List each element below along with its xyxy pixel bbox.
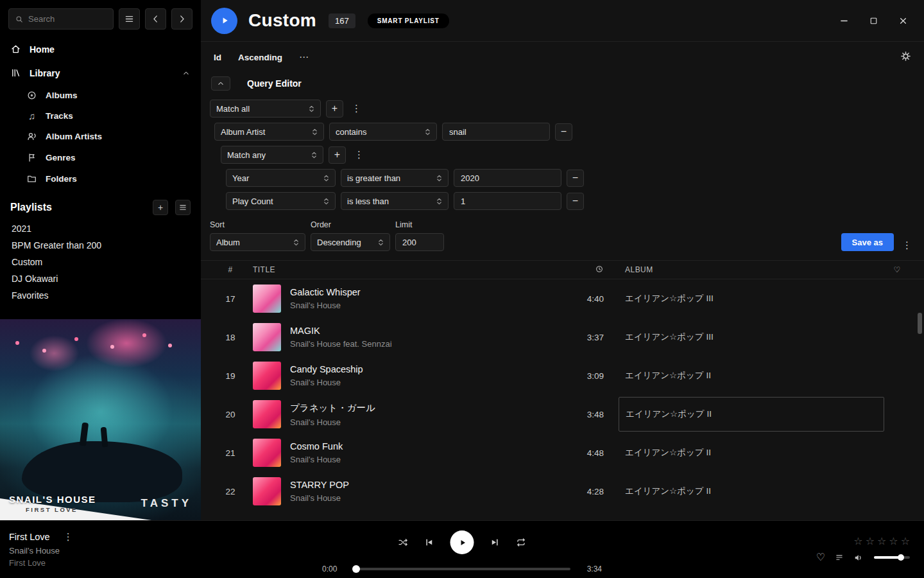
playlist-item[interactable]: 2021 — [10, 220, 191, 237]
track-row[interactable]: 19 Candy Spaceship Snail's House 3:09 エイ… — [201, 356, 924, 395]
save-as-button[interactable]: Save as — [841, 233, 894, 251]
search-input[interactable] — [28, 14, 107, 24]
volume-fill — [874, 556, 901, 559]
sidebar-item-home[interactable]: Home — [0, 37, 201, 61]
next-button[interactable] — [490, 537, 501, 548]
rule-operator-select[interactable]: is less than — [341, 192, 449, 210]
nav-back-button[interactable] — [145, 8, 166, 30]
order-group: Order Descending — [311, 220, 390, 251]
volume-handle[interactable] — [898, 554, 904, 561]
seek-bar[interactable] — [354, 568, 570, 570]
remove-rule-button[interactable]: − — [567, 193, 584, 210]
playlist-item[interactable]: DJ Okawari — [10, 270, 191, 287]
playlist-item[interactable]: BPM Greater than 200 — [10, 237, 191, 254]
rule-value-input[interactable] — [454, 169, 561, 187]
album-thumbnail — [253, 439, 281, 467]
match-type-select[interactable]: Match all — [210, 100, 321, 118]
rule-value-input[interactable] — [454, 192, 561, 210]
volume-button[interactable] — [853, 552, 864, 563]
minimize-button[interactable] — [837, 13, 851, 28]
col-header-duration[interactable] — [559, 265, 604, 276]
queue-button[interactable] — [835, 553, 844, 562]
sort-field-button[interactable]: Id — [214, 53, 221, 62]
col-header-title[interactable]: TITLE — [248, 265, 559, 274]
now-playing-menu-button[interactable]: ⋮ — [60, 531, 76, 543]
query-sort-row: Sort Album Order Descending Limit Save a… — [201, 215, 924, 260]
sidebar-item-tracks[interactable]: ♫ Tracks — [0, 106, 201, 126]
track-artist: Snail's House — [290, 455, 559, 464]
col-header-favorite[interactable]: ♡ — [881, 265, 913, 274]
music-note-icon: ♫ — [26, 111, 37, 121]
nested-match-type-select[interactable]: Match any — [221, 146, 323, 164]
save-menu-button[interactable]: ⋮ — [899, 240, 915, 251]
star-icon[interactable]: ☆ — [866, 536, 875, 547]
star-icon[interactable]: ☆ — [901, 536, 910, 547]
sidebar-item-library[interactable]: Library — [0, 61, 201, 85]
settings-button[interactable] — [900, 51, 911, 64]
track-row[interactable]: 22 STARRY POP Snail's House 4:28 エイリアン☆ポ… — [201, 472, 924, 511]
rule-field-select[interactable]: Year — [226, 169, 336, 187]
rule-field-select[interactable]: Album Artist — [214, 123, 324, 141]
track-duration: 4:40 — [559, 294, 604, 304]
track-row[interactable]: 20 プラネット・ガール Snail's House 3:48 エイリアン☆ポッ… — [201, 395, 924, 434]
previous-button[interactable] — [424, 537, 435, 548]
rule-operator-select[interactable]: is greater than — [341, 169, 449, 187]
scrollbar-thumb[interactable] — [918, 313, 922, 334]
order-select[interactable]: Descending — [311, 233, 390, 251]
rule-operator-select[interactable]: contains — [329, 123, 437, 141]
sidebar-item-genres[interactable]: Genres — [0, 147, 201, 168]
col-header-album[interactable]: ALBUM — [604, 265, 881, 274]
limit-input[interactable] — [395, 233, 444, 251]
collapse-query-editor-button[interactable] — [211, 76, 230, 91]
add-rule-button[interactable]: + — [326, 100, 343, 118]
sidebar-item-albums[interactable]: Albums — [0, 85, 201, 106]
art-artist-name: SNAIL'S HOUSE — [9, 494, 96, 505]
add-playlist-button[interactable]: + — [153, 200, 168, 215]
playlist-item[interactable]: Custom — [10, 254, 191, 270]
nav-forward-button[interactable] — [171, 8, 193, 30]
track-row[interactable]: 18 MAGIK Snail's House feat. Sennzai 3:3… — [201, 318, 924, 356]
volume-slider[interactable] — [874, 556, 910, 559]
play-playlist-button[interactable] — [211, 8, 237, 34]
seek-handle[interactable] — [352, 565, 360, 573]
select-caret-icon — [309, 105, 314, 113]
track-album: エイリアン☆ポップ II — [625, 486, 711, 496]
repeat-icon — [516, 537, 527, 548]
limit-group: Limit — [395, 220, 444, 251]
favorite-button[interactable]: ♡ — [816, 552, 825, 563]
star-icon[interactable]: ☆ — [889, 536, 898, 547]
playlist-list-button[interactable] — [175, 200, 191, 215]
track-title: MAGIK — [290, 326, 559, 336]
sort-select[interactable]: Album — [210, 233, 305, 251]
star-icon[interactable]: ☆ — [853, 536, 862, 547]
nested-group-menu-button[interactable]: ⋮ — [351, 149, 367, 161]
play-pause-button[interactable] — [450, 530, 474, 554]
col-header-index[interactable]: # — [213, 265, 248, 274]
remove-rule-button[interactable]: − — [567, 170, 584, 187]
time-total: 3:34 — [580, 565, 602, 574]
shuffle-icon — [398, 537, 409, 548]
library-icon — [10, 67, 21, 78]
maximize-button[interactable] — [866, 13, 880, 28]
repeat-button[interactable] — [516, 537, 527, 548]
sort-direction-button[interactable]: Ascending — [238, 53, 282, 62]
track-duration: 4:28 — [559, 487, 604, 496]
rule-field-select[interactable]: Play Count — [226, 192, 336, 210]
add-nested-rule-button[interactable]: + — [329, 146, 346, 164]
album-cell-focused[interactable]: エイリアン☆ポップ II — [619, 397, 884, 432]
star-icon[interactable]: ☆ — [877, 536, 886, 547]
rule-value-input[interactable] — [442, 123, 550, 141]
heart-icon: ♡ — [893, 265, 900, 274]
sidebar-item-folders[interactable]: Folders — [0, 168, 201, 189]
track-row[interactable]: 17 Galactic Whisper Snail's House 4:40 エ… — [201, 279, 924, 318]
shuffle-button[interactable] — [398, 537, 409, 548]
track-row[interactable]: 21 Cosmo Funk Snail's House 4:48 エイリアン☆ポ… — [201, 434, 924, 472]
seek-section: 0:00 3:34 — [322, 565, 602, 574]
menu-button[interactable] — [119, 8, 140, 30]
remove-rule-button[interactable]: − — [555, 123, 572, 141]
close-button[interactable] — [896, 13, 910, 28]
rule-group-menu-button[interactable]: ⋮ — [348, 103, 364, 114]
more-options-button[interactable]: ⋯ — [299, 51, 309, 63]
playlist-item[interactable]: Favorites — [10, 287, 191, 304]
sidebar-item-album-artists[interactable]: Album Artists — [0, 126, 201, 147]
